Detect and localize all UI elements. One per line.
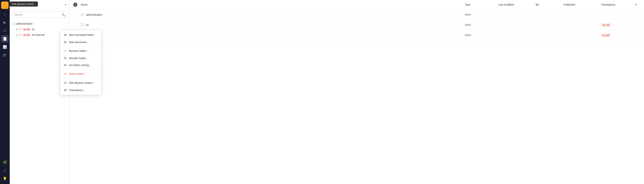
menu-item-label: Rename folder... (69, 49, 88, 52)
main-content: ✓ Name Type Last modified By Published T… (70, 0, 644, 184)
delete-icon: ✕ (63, 72, 67, 76)
col-check: ✓ (73, 2, 81, 7)
translations-icon: ⊞ (63, 88, 67, 92)
row-folder-icon: ☐ (81, 23, 84, 27)
play-nav-button[interactable]: ▶ (1, 19, 8, 26)
col-published-header: Published (564, 3, 601, 6)
menu-item-delete-folder[interactable]: ✕ Delete folder... (60, 70, 101, 77)
row-folder-icon: ☐ (81, 13, 84, 16)
row-name: ☐ en (81, 23, 465, 27)
leaf-nav-button[interactable]: 🌿 (1, 159, 8, 166)
box-nav-button[interactable]: ⬡ (1, 167, 8, 174)
icon-sidebar: ⌂ ▶ ☑ 📄 📊 🛒 🌿 ⬡ 💡 (0, 0, 10, 184)
menu-item-translations[interactable]: ⊞ Translations... (60, 86, 101, 94)
locale-badge: en_US (22, 34, 31, 36)
tree-item-label: en (32, 28, 35, 31)
new-document-icon: ⊞ (63, 40, 67, 44)
search-icon: 🔍 (62, 13, 65, 17)
sort-icon: AZ (63, 64, 67, 66)
menu-item-label: Reorder folder... (69, 57, 88, 60)
user-avatar[interactable] (1, 1, 8, 9)
menu-item-rename-folder[interactable]: ⌖ Rename folder... (60, 47, 101, 54)
row-name: ☐ sh-channel (81, 33, 465, 37)
search-input[interactable] (12, 11, 67, 18)
row-translations: en_US (601, 34, 635, 37)
row-name-label: administration (86, 13, 102, 16)
expand-icon[interactable]: ▶ (16, 28, 18, 31)
row-type: folder (465, 34, 498, 37)
menu-item-label: Set folder sorting... (69, 64, 91, 67)
menu-divider (60, 46, 101, 47)
search-box: 🔍 (12, 11, 67, 18)
col-type-header: Type (465, 3, 498, 6)
menu-item-reorder-folder[interactable]: ⇅ Reorder folder... (60, 54, 101, 62)
col-actions-header: ↗ (635, 3, 640, 6)
col-modified-header: Last modified (498, 3, 536, 6)
menu-item-label: New translated folder... (69, 33, 96, 36)
locale-badge: en_US (22, 28, 31, 31)
folder-icon: ☐ (13, 22, 15, 25)
menu-item-label: Delete folder... (69, 72, 86, 75)
document-nav-button[interactable]: 📄 (1, 35, 8, 42)
expand-icon[interactable]: ▶ (16, 34, 18, 36)
table-header: ✓ Name Type Last modified By Published T… (70, 0, 644, 9)
task-nav-button[interactable]: ☑ (1, 27, 8, 34)
tree-item-label: sh-channel (32, 33, 45, 36)
row-type: folder (465, 23, 498, 26)
translation-badge: en_US (601, 23, 611, 27)
menu-item-edit-allowed-content[interactable]: ⊡ Edit allowed content... (60, 79, 101, 86)
menu-item-label: Edit allowed content... (69, 81, 94, 84)
row-name: ☐ administration (81, 12, 465, 17)
row-type: folder (465, 13, 498, 16)
context-menu: ⊞ New translated folder... ⊞ New documen… (60, 30, 101, 95)
folder-icon: ☐ (19, 28, 22, 31)
tree-header-chevron-icon[interactable]: ▾ (65, 3, 66, 6)
menu-item-new-document[interactable]: ⊞ New document... (60, 38, 101, 46)
reorder-icon: ⇅ (63, 56, 67, 60)
folder-icon: ☐ (19, 33, 22, 37)
row-translations: en_US (601, 23, 635, 26)
tooltip: Edit allowed content... (10, 1, 38, 6)
rename-icon: ⌖ (63, 49, 67, 53)
tree-item-administration[interactable]: ☐ administration (10, 21, 69, 26)
translation-badge: en_US (601, 34, 611, 37)
table-row[interactable]: ☐ administration folder (70, 9, 644, 20)
menu-item-label: New document... (69, 41, 88, 44)
tree-item-label: administration (16, 22, 32, 25)
menu-item-set-folder-sorting[interactable]: AZ Set folder sorting... (60, 62, 101, 68)
menu-item-new-translated-folder[interactable]: ⊞ New translated folder... (60, 31, 101, 38)
menu-divider (60, 69, 101, 69)
analytics-nav-button[interactable]: 📊 (1, 43, 8, 51)
menu-divider (60, 78, 101, 78)
translated-folder-icon: ⊞ (63, 33, 67, 37)
home-nav-button[interactable]: ⌂ (1, 10, 8, 18)
bulb-nav-button[interactable]: 💡 (1, 175, 8, 183)
table-body: ☐ administration folder ☐ en folder en_U… (70, 9, 644, 184)
select-all-checkbox[interactable]: ✓ (73, 2, 77, 7)
col-name-header: Name (81, 3, 465, 6)
col-translations-header: Translations (601, 3, 635, 6)
table-row[interactable]: ☐ en folder en_US (70, 20, 644, 30)
col-by-header: By (536, 3, 564, 6)
table-row[interactable]: ☐ sh-channel folder en_US (70, 30, 644, 40)
cart-nav-button[interactable]: 🛒 (1, 51, 8, 59)
edit-content-icon: ⊡ (63, 81, 67, 85)
menu-item-label: Translations... (69, 89, 85, 92)
row-name-label: en (86, 23, 89, 26)
